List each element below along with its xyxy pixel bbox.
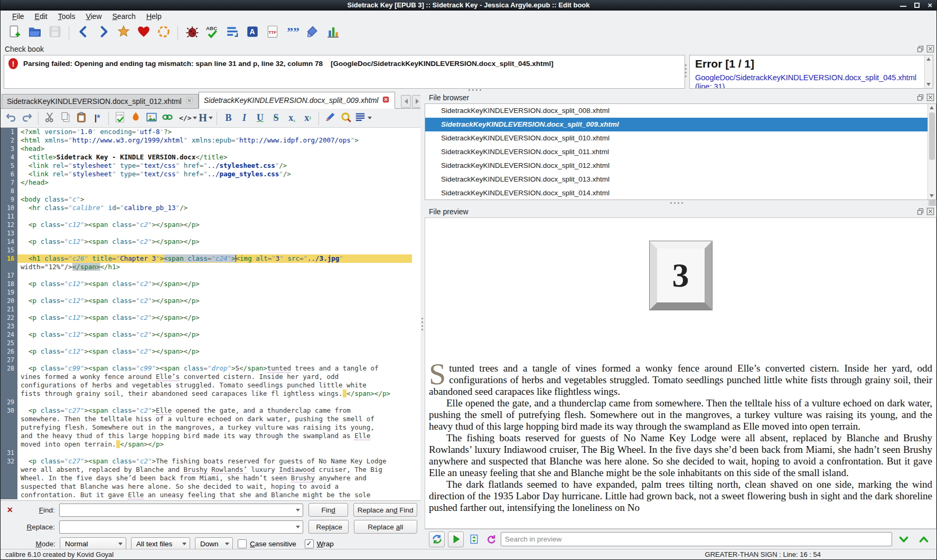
underline-button[interactable]: U [252,111,267,126]
subscript-button[interactable]: x₂ [284,111,299,126]
menu-view[interactable]: View [80,11,107,22]
code-text[interactable]: <p class="c99"><span class="c99"><span c… [17,364,412,373]
preview-paragraph[interactable]: Stunted trees and a tangle of vines form… [429,363,932,397]
code-text[interactable]: putrefying flesh. Somewhere out in the m… [17,423,412,432]
code-line[interactable]: 21 [1,305,412,314]
translate-book-button[interactable]: A [243,24,261,42]
code-line[interactable]: 10 <hr class="calibre" id="calibre_pb_13… [1,204,412,212]
superscript-button[interactable]: x² [300,111,315,126]
file-browser-item[interactable]: SidetrackKeyKINDLEVERSION.docx_split_010… [425,131,936,145]
justify-button[interactable] [354,111,372,126]
code-text[interactable] [17,322,412,330]
menu-search[interactable]: Search [107,11,141,22]
close-tab-icon[interactable] [382,96,390,105]
save-book-button[interactable] [46,24,63,42]
preview-search-input[interactable] [501,532,892,546]
code-line[interactable]: 18 <p class="c12"><span class="c2"></spa… [1,280,412,288]
code-text[interactable] [17,398,412,406]
file-browser-item[interactable]: SidetrackKeyKINDLEVERSION.docx_split_014… [425,186,936,200]
code-line[interactable]: 3<head> [1,145,412,153]
code-text[interactable]: <p class="c12"><span class="c2"></span><… [17,221,412,229]
mode-select[interactable]: Normal [60,537,126,550]
code-line[interactable]: fists through grainy soil, their abandon… [1,390,412,398]
code-line[interactable]: 19 [1,288,412,297]
strikethrough-button[interactable]: S [268,111,283,126]
file-preview-pane[interactable]: 3 Stunted trees and a tangle of vines fo… [425,217,936,529]
go-forward-button[interactable] [95,24,112,42]
code-line[interactable]: 31 [1,449,412,457]
code-line[interactable]: suspected that Blanche was here alone. S… [1,482,412,491]
scope-select[interactable]: All text files [131,537,190,550]
heading-button[interactable]: H [198,111,213,126]
code-line[interactable]: 2<html xmlns="http://www.w3.org/1999/xht… [1,136,412,145]
check-panel-splitter[interactable] [685,64,687,77]
code-line[interactable]: and the heavy thud of this large hopping… [1,432,412,440]
open-book-button[interactable] [26,24,43,42]
file-browser-item[interactable]: SidetrackKeyKINDLEVERSION.docx_split_009… [425,118,936,131]
menu-tools[interactable]: Tools [53,11,81,22]
file-browser-scrollbar[interactable] [927,104,936,200]
italic-button[interactable]: I [237,111,251,126]
code-text[interactable]: <link rel="stylesheet" type="text/css" h… [17,162,412,170]
sync-preview-button[interactable] [155,24,172,42]
code-text[interactable]: <body class="c"> [17,195,412,204]
bookmark-button[interactable] [115,24,132,42]
code-text[interactable] [17,229,412,238]
code-text[interactable]: <html xmlns="http://www.w3.org/1999/xhtm… [17,136,412,145]
menu-help[interactable]: Help [141,11,167,22]
code-line[interactable]: 30 <p class="c27"><span class="c2">Elle … [1,406,412,415]
code-text[interactable] [17,339,412,347]
code-line[interactable]: 25 [1,339,412,347]
replace-all-button[interactable]: Replace all [354,520,418,534]
code-text[interactable] [17,187,412,195]
code-line[interactable]: 5 <link rel="stylesheet" type="text/css"… [1,162,412,170]
insert-tag-button[interactable]: </> [176,111,197,126]
code-text[interactable]: configurations of herbs and vegetables s… [17,381,412,390]
code-line[interactable]: 6 <link rel="stylesheet" type="text/css"… [1,170,412,178]
bold-button[interactable]: B [221,111,236,126]
code-line[interactable]: 4 <title>Sidetrack Key - KINDLE VERSION.… [1,153,412,162]
code-line[interactable]: putrefying flesh. Somewhere out in the m… [1,423,412,432]
code-line[interactable]: 7</head> [1,178,412,187]
error-file-link[interactable]: GoogleDoc/SidetrackKeyKINDLEVERSION.docx… [695,73,922,89]
code-text[interactable]: <p class="c12"><span class="c2"></span><… [17,330,412,339]
error-pane-scrollbar[interactable] [924,55,933,88]
code-text[interactable]: suspected that Blanche was here alone. S… [17,482,412,491]
cut-button[interactable] [42,111,57,126]
background-color-button[interactable] [339,111,353,126]
search-previous-button[interactable] [915,533,932,546]
code-text[interactable]: <?xml version='1.0' encoding='utf-8'?> [17,128,412,136]
editor-tab[interactable]: SidetrackKeyKINDLEVERSION.docx_split_012… [2,94,199,108]
code-text[interactable]: Wheel. In the five days she’d been back … [17,474,412,482]
code-text[interactable]: <p class="c27"><span class="c2">The fish… [17,457,412,466]
close-panel-icon[interactable] [926,45,934,54]
code-line[interactable]: were all absent, replaced by Blanche and… [1,466,412,474]
find-history-icon[interactable] [296,509,300,511]
replace-input[interactable] [59,520,303,534]
copy-button[interactable] [58,111,73,126]
code-line[interactable]: configurations of herbs and vegetables s… [1,381,412,390]
reports-button[interactable] [324,24,341,42]
code-text[interactable]: <hr class="calibre" id="calibre_pb_13"/> [17,204,412,212]
reload-preview-button[interactable] [484,533,498,546]
close-panel-icon[interactable] [926,93,934,103]
code-text[interactable] [17,449,412,457]
code-line[interactable]: 22 <p class="c12"><span class="c2"></spa… [1,314,412,322]
find-button[interactable]: Find [308,503,348,517]
wrap-checkbox[interactable]: ✓Wrap [305,539,334,548]
editor-panel-splitter[interactable] [420,92,425,549]
redo-button[interactable] [20,111,34,126]
maximize-icon[interactable] [914,3,920,8]
browser-preview-splitter[interactable] [425,201,936,205]
code-text[interactable]: somewhere. Then the telltale hiss of a v… [17,415,412,423]
code-text[interactable]: </head> [17,178,412,187]
code-line[interactable]: width="12%"/></span></h1> [1,263,412,271]
donate-button[interactable] [135,24,152,42]
code-line[interactable]: 24 <p class="c12"><span class="c2"></spa… [1,330,412,339]
code-text[interactable] [17,271,412,280]
float-panel-icon[interactable] [916,93,924,103]
code-text[interactable]: <p class="c12"><span class="c2"></span><… [17,238,412,246]
code-text[interactable]: confrontation. But it gave Elle an uneas… [17,491,412,499]
fix-html-button[interactable] [128,111,143,126]
insert-special-button[interactable]: |* [90,111,105,126]
